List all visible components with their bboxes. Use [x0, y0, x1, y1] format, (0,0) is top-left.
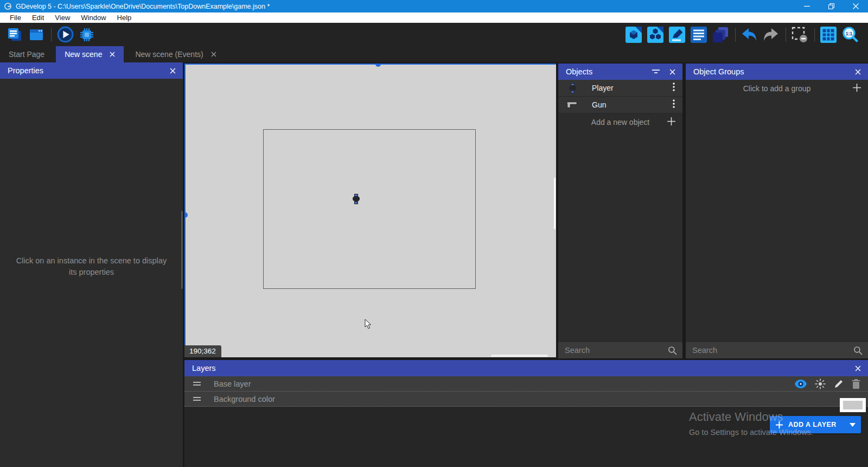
tab-close-icon[interactable] [110, 52, 115, 57]
properties-header: Properties [0, 62, 183, 79]
tabbar: Start Page New scene New scene (Events) [0, 46, 868, 62]
cursor-coordinates-badge: 190;362 [184, 345, 221, 357]
layer-name: Background color [214, 395, 275, 403]
menu-view[interactable]: View [49, 12, 75, 23]
project-manager-icon[interactable] [5, 26, 24, 44]
gdevelop-logo-icon [4, 3, 11, 10]
plus-icon [775, 421, 783, 429]
objects-editor-icon[interactable] [624, 26, 643, 44]
add-layer-button[interactable]: ADD A LAYER [770, 416, 861, 433]
game-border-handle-top[interactable] [375, 64, 381, 67]
svg-text:1:1: 1:1 [845, 31, 852, 36]
objects-panel: Objects Player Gun Add a ne [558, 64, 682, 358]
layer-row-background-color[interactable]: Background color [184, 392, 868, 407]
window-title: GDevelop 5 - C:\Users\Sparkle\OneDrive\D… [16, 3, 270, 10]
tab-new-scene[interactable]: New scene [56, 46, 124, 62]
gun-thumbnail-icon [566, 101, 579, 109]
objects-search-input[interactable] [558, 346, 668, 355]
menu-help[interactable]: Help [112, 12, 137, 23]
properties-panel: Properties Click on an instance in the s… [0, 62, 183, 467]
close-button[interactable] [844, 0, 868, 12]
tab-label: New scene (Events) [135, 50, 203, 59]
visibility-eye-icon[interactable] [795, 380, 807, 388]
object-menu-icon[interactable] [669, 81, 678, 94]
object-name: Player [592, 84, 614, 92]
debug-icon[interactable] [78, 26, 96, 44]
canvas-vertical-scrollbar[interactable] [554, 178, 556, 229]
tab-new-scene-events[interactable]: New scene (Events) [126, 46, 225, 62]
tab-start-page[interactable]: Start Page [0, 46, 53, 62]
redo-icon[interactable] [762, 26, 780, 44]
add-group-label: Click to add a group [743, 84, 811, 93]
object-groups-header: Object Groups [686, 64, 868, 80]
deselect-icon[interactable] [790, 26, 809, 44]
delete-trash-icon[interactable] [852, 379, 860, 389]
plus-icon [853, 84, 861, 93]
edit-scene-icon[interactable] [668, 26, 686, 44]
filter-icon[interactable] [652, 69, 660, 74]
canvas-horizontal-scrollbar[interactable] [491, 355, 548, 357]
effects-icon[interactable] [815, 378, 826, 389]
undo-icon[interactable] [740, 26, 758, 44]
tab-close-icon[interactable] [211, 52, 216, 57]
menu-window[interactable]: Window [75, 12, 111, 23]
zoom-1-1-icon[interactable]: 1:1 [841, 26, 859, 44]
search-icon [853, 346, 863, 355]
toolbar-separator [735, 28, 736, 42]
gdevelop-window: { "window": { "title": "GDevelop 5 - C:\… [0, 0, 868, 467]
game-border-handle-left[interactable] [184, 212, 188, 218]
layers-header: Layers [184, 360, 868, 376]
object-name: Gun [592, 100, 606, 109]
plus-icon [667, 117, 675, 127]
toolbar-separator [51, 28, 52, 42]
toolbar-separator [814, 28, 815, 42]
edit-pencil-icon[interactable] [834, 379, 844, 389]
menu-edit[interactable]: Edit [27, 12, 49, 23]
add-object-label: Add a new object [591, 118, 649, 127]
scene-rectangle-outline [263, 129, 476, 289]
game-window-border-top [184, 64, 556, 65]
menubar: File Edit View Window Help [0, 12, 868, 23]
close-icon[interactable] [855, 69, 861, 75]
scene-canvas[interactable]: 190;362 [184, 64, 556, 357]
game-window-border-left [184, 64, 186, 357]
toolbar-separator [786, 28, 786, 42]
add-group-row[interactable]: Click to add a group [686, 80, 868, 97]
object-menu-icon[interactable] [669, 98, 678, 111]
caret-down-icon[interactable] [845, 423, 856, 427]
search-icon [668, 346, 677, 355]
player-thumbnail-icon [566, 83, 579, 93]
layers-title: Layers [192, 364, 216, 373]
minimize-button[interactable] [795, 0, 819, 12]
close-icon[interactable] [855, 365, 861, 371]
object-instances-icon[interactable] [646, 26, 665, 44]
player-instance[interactable] [353, 194, 360, 204]
properties-empty-message: Click on an instance in the scene to dis… [0, 255, 183, 278]
layer-row-base[interactable]: Base layer [184, 376, 868, 392]
start-page-window-icon[interactable] [27, 26, 46, 44]
preview-play-icon[interactable] [56, 26, 74, 44]
objects-header: Objects [558, 64, 682, 80]
grid-icon[interactable] [819, 26, 838, 44]
player-sprite-part [354, 201, 358, 204]
properties-scrollbar[interactable] [181, 211, 183, 289]
object-row-gun[interactable]: Gun [558, 97, 682, 113]
menu-file[interactable]: File [4, 12, 27, 23]
properties-title: Properties [8, 66, 43, 75]
tab-label: New scene [65, 50, 102, 59]
drag-handle-icon[interactable] [192, 380, 202, 387]
close-icon[interactable] [170, 68, 176, 74]
groups-search-input[interactable] [686, 346, 853, 355]
instances-list-icon[interactable] [690, 26, 708, 44]
groups-search-bar [686, 342, 868, 358]
titlebar: GDevelop 5 - C:\Users\Sparkle\OneDrive\D… [0, 0, 868, 12]
restore-button[interactable] [819, 0, 844, 12]
add-object-row[interactable]: Add a new object [558, 113, 682, 130]
background-color-swatch[interactable] [840, 398, 866, 412]
layers-panel: Layers Base layer Background colo [184, 360, 868, 467]
drag-handle-icon[interactable] [192, 395, 202, 402]
object-row-player[interactable]: Player [558, 80, 682, 97]
layer-name: Base layer [214, 380, 251, 388]
close-icon[interactable] [669, 69, 675, 75]
layers-editor-icon[interactable] [711, 26, 730, 44]
